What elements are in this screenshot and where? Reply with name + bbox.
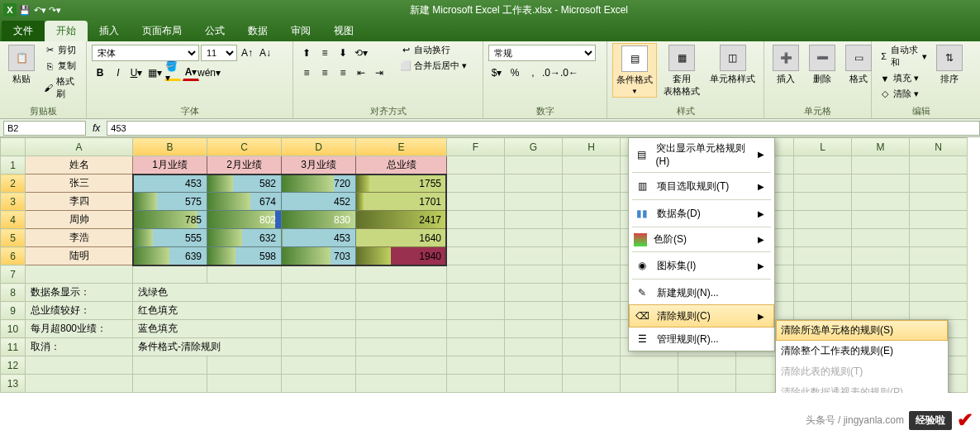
info-label[interactable]: 取消： — [26, 338, 133, 356]
cell[interactable] — [852, 193, 910, 211]
cell[interactable] — [447, 356, 505, 375]
name-box[interactable] — [3, 121, 86, 136]
cell[interactable] — [356, 284, 447, 302]
row-header-3[interactable]: 3 — [1, 193, 26, 211]
merge-button[interactable]: ⬜合并后居中▾ — [397, 59, 469, 73]
info-value[interactable]: 浅绿色 — [133, 284, 282, 302]
info-label[interactable]: 数据条显示： — [26, 284, 133, 302]
row-header-5[interactable]: 5 — [1, 229, 26, 247]
cell[interactable] — [207, 356, 282, 375]
cell[interactable] — [505, 156, 563, 174]
row-header-1[interactable]: 1 — [1, 156, 26, 174]
total-cell[interactable]: 2417 — [356, 211, 447, 229]
cell[interactable] — [852, 229, 910, 247]
cell[interactable] — [282, 320, 356, 338]
clear-selected-cells[interactable]: 清除所选单元格的规则(S) — [776, 320, 948, 341]
data-cell[interactable]: 453 — [282, 229, 356, 247]
cell[interactable] — [26, 375, 133, 393]
total-cell[interactable]: 1701 — [356, 193, 447, 211]
cell[interactable] — [794, 247, 852, 265]
row-header-13[interactable]: 13 — [1, 375, 26, 393]
cell[interactable] — [505, 265, 563, 284]
data-cell[interactable]: 598 — [207, 247, 282, 265]
cell[interactable] — [910, 229, 968, 247]
align-left-icon[interactable]: ≡ — [298, 65, 315, 81]
cell[interactable] — [852, 156, 910, 174]
name-cell[interactable]: 李浩 — [26, 229, 133, 247]
data-cell[interactable]: 575 — [133, 193, 207, 211]
cell[interactable] — [282, 375, 356, 393]
formula-input[interactable] — [107, 121, 980, 136]
col-header-F[interactable]: F — [447, 138, 505, 156]
total-cell[interactable]: 1755 — [356, 174, 447, 193]
table-format-button[interactable]: ▦套用 表格格式 — [660, 43, 703, 99]
cell[interactable] — [563, 302, 621, 320]
cell[interactable] — [505, 320, 563, 338]
row-header-2[interactable]: 2 — [1, 174, 26, 193]
cell[interactable] — [356, 320, 447, 338]
cell[interactable] — [794, 284, 852, 302]
format-button[interactable]: ▭格式 — [842, 43, 875, 87]
fill-button[interactable]: ▼填充▾ — [877, 71, 930, 85]
cell[interactable] — [505, 193, 563, 211]
cell[interactable] — [563, 375, 621, 393]
wrap-button[interactable]: ↩自动换行 — [397, 43, 469, 57]
autosum-button[interactable]: Σ自动求和▾ — [877, 43, 930, 69]
indent-dec-icon[interactable]: ⇤ — [353, 65, 369, 81]
cell[interactable] — [910, 247, 968, 265]
cell[interactable] — [26, 265, 133, 284]
cell[interactable] — [910, 284, 968, 302]
cell[interactable] — [852, 211, 910, 229]
cell[interactable] — [563, 229, 621, 247]
cell[interactable] — [447, 265, 505, 284]
tab-insert[interactable]: 插入 — [88, 21, 131, 41]
cell[interactable] — [505, 174, 563, 193]
cell[interactable] — [282, 265, 356, 284]
cell[interactable] — [563, 211, 621, 229]
name-cell[interactable]: 陆明 — [26, 247, 133, 265]
cell[interactable] — [563, 338, 621, 356]
border-icon[interactable]: ▦▾ — [146, 65, 163, 81]
cell[interactable] — [852, 284, 910, 302]
cell[interactable] — [794, 156, 852, 174]
shrink-font-icon[interactable]: A↓ — [257, 45, 274, 61]
data-cell[interactable]: 674 — [207, 193, 282, 211]
delete-button[interactable]: ➖删除 — [806, 43, 839, 87]
dec-decimal-icon[interactable]: .0← — [561, 65, 578, 81]
cell[interactable] — [563, 284, 621, 302]
cell[interactable] — [447, 247, 505, 265]
cell[interactable] — [447, 174, 505, 193]
cell[interactable] — [794, 302, 852, 320]
cell[interactable] — [447, 375, 505, 393]
menu-manage-rules[interactable]: ☰管理规则(R)... — [629, 327, 774, 351]
cell[interactable] — [563, 247, 621, 265]
cell[interactable] — [356, 356, 447, 375]
cell[interactable] — [910, 174, 968, 193]
cell[interactable] — [447, 211, 505, 229]
cell[interactable] — [563, 356, 621, 375]
name-cell[interactable]: 张三 — [26, 174, 133, 193]
select-all-corner[interactable] — [1, 138, 26, 156]
cell[interactable] — [505, 229, 563, 247]
cell[interactable] — [447, 229, 505, 247]
data-cell[interactable]: 703 — [282, 247, 356, 265]
clear-button[interactable]: ◇清除▾ — [877, 87, 930, 101]
row-header-6[interactable]: 6 — [1, 247, 26, 265]
align-bottom-icon[interactable]: ⬇ — [335, 45, 351, 61]
header-cell[interactable]: 姓名 — [26, 156, 133, 174]
cell[interactable] — [207, 375, 282, 393]
menu-highlight-rules[interactable]: ▤突出显示单元格规则(H)▶ — [629, 138, 774, 170]
cell[interactable] — [910, 211, 968, 229]
currency-icon[interactable]: $▾ — [488, 65, 505, 81]
info-value[interactable]: 蓝色填充 — [133, 320, 282, 338]
col-header-G[interactable]: G — [505, 138, 563, 156]
data-cell[interactable]: 639 — [133, 247, 207, 265]
orientation-icon[interactable]: ⟲▾ — [353, 45, 369, 61]
row-header-8[interactable]: 8 — [1, 284, 26, 302]
cell[interactable] — [910, 265, 968, 284]
cell[interactable] — [910, 302, 968, 320]
cell[interactable] — [505, 375, 563, 393]
sort-button[interactable]: ⇅排序 — [933, 43, 966, 87]
phonetic-icon[interactable]: wén▾ — [201, 65, 217, 81]
cell[interactable] — [505, 338, 563, 356]
